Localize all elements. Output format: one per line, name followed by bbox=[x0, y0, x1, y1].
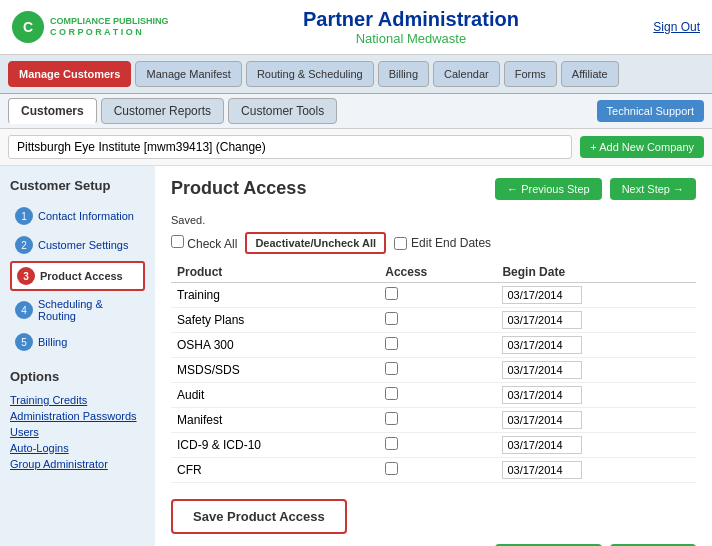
options-link-auto-logins[interactable]: Auto-Logins bbox=[10, 440, 145, 456]
product-begin-date-6 bbox=[496, 433, 696, 458]
product-name-3: MSDS/SDS bbox=[171, 358, 379, 383]
product-begin-date-2 bbox=[496, 333, 696, 358]
access-checkbox-5[interactable] bbox=[385, 412, 398, 425]
begin-date-input-4[interactable] bbox=[502, 386, 582, 404]
table-row: ICD-9 & ICD-10 bbox=[171, 433, 696, 458]
table-row: OSHA 300 bbox=[171, 333, 696, 358]
sub-tab-customer-tools[interactable]: Customer Tools bbox=[228, 98, 337, 124]
access-checkbox-0[interactable] bbox=[385, 287, 398, 300]
access-checkbox-4[interactable] bbox=[385, 387, 398, 400]
step-num-5: 5 bbox=[15, 333, 33, 351]
product-access-1 bbox=[379, 308, 496, 333]
top-next-step-button[interactable]: Next Step → bbox=[610, 178, 696, 200]
options-link-users[interactable]: Users bbox=[10, 424, 145, 440]
begin-date-input-6[interactable] bbox=[502, 436, 582, 454]
sub-title: National Medwaste bbox=[303, 31, 519, 46]
logo: C COMPLIANCE PUBLISHINGC O R P O R A T I… bbox=[12, 11, 169, 43]
table-row: Audit bbox=[171, 383, 696, 408]
options-link-group-administrator[interactable]: Group Administrator bbox=[10, 456, 145, 472]
begin-date-input-1[interactable] bbox=[502, 311, 582, 329]
options-link-administration-passwords[interactable]: Administration Passwords bbox=[10, 408, 145, 424]
access-checkbox-7[interactable] bbox=[385, 462, 398, 475]
step-label-2: Customer Settings bbox=[38, 239, 128, 251]
sidebar: Customer Setup 1Contact Information2Cust… bbox=[0, 166, 155, 546]
access-checkbox-2[interactable] bbox=[385, 337, 398, 350]
main-content: Product Access ← Previous Step Next Step… bbox=[155, 166, 712, 546]
begin-date-input-2[interactable] bbox=[502, 336, 582, 354]
access-checkbox-6[interactable] bbox=[385, 437, 398, 450]
begin-date-input-5[interactable] bbox=[502, 411, 582, 429]
company-input[interactable] bbox=[8, 135, 572, 159]
check-all-checkbox[interactable] bbox=[171, 235, 184, 248]
top-prev-step-button[interactable]: ← Previous Step bbox=[495, 178, 602, 200]
step-label-5: Billing bbox=[38, 336, 67, 348]
tech-support-button[interactable]: Technical Support bbox=[597, 100, 704, 122]
save-product-button[interactable]: Save Product Access bbox=[171, 499, 347, 534]
table-row: CFR bbox=[171, 458, 696, 483]
step-label-1: Contact Information bbox=[38, 210, 134, 222]
company-bar: + Add New Company bbox=[0, 129, 712, 166]
nav-tab-forms[interactable]: Forms bbox=[504, 61, 557, 87]
options-title: Options bbox=[10, 369, 145, 384]
step-num-3: 3 bbox=[17, 267, 35, 285]
nav-tab-calendar[interactable]: Calendar bbox=[433, 61, 500, 87]
header-title: Partner Administration National Medwaste bbox=[303, 8, 519, 46]
table-row: MSDS/SDS bbox=[171, 358, 696, 383]
step-label-4: Scheduling & Routing bbox=[38, 298, 140, 322]
begin-date-input-0[interactable] bbox=[502, 286, 582, 304]
product-begin-date-7 bbox=[496, 458, 696, 483]
product-access-7 bbox=[379, 458, 496, 483]
sidebar-step-4[interactable]: 4Scheduling & Routing bbox=[10, 294, 145, 326]
product-access-0 bbox=[379, 283, 496, 308]
nav-tab-billing[interactable]: Billing bbox=[378, 61, 429, 87]
col-product: Product bbox=[171, 262, 379, 283]
pa-controls: Check All Deactivate/Uncheck All Edit En… bbox=[171, 232, 696, 254]
sidebar-step-1[interactable]: 1Contact Information bbox=[10, 203, 145, 229]
sidebar-step-3[interactable]: 3Product Access bbox=[10, 261, 145, 291]
access-checkbox-1[interactable] bbox=[385, 312, 398, 325]
product-name-6: ICD-9 & ICD-10 bbox=[171, 433, 379, 458]
table-header: Product Access Begin Date bbox=[171, 262, 696, 283]
product-name-5: Manifest bbox=[171, 408, 379, 433]
nav-tab-manage-manifest[interactable]: Manage Manifest bbox=[135, 61, 241, 87]
content-area: Customer Setup 1Contact Information2Cust… bbox=[0, 166, 712, 546]
product-begin-date-5 bbox=[496, 408, 696, 433]
sign-out-link[interactable]: Sign Out bbox=[653, 20, 700, 34]
product-name-7: CFR bbox=[171, 458, 379, 483]
main-title: Partner Administration bbox=[303, 8, 519, 31]
options-link-training-credits[interactable]: Training Credits bbox=[10, 392, 145, 408]
nav-tab-routing-scheduling[interactable]: Routing & Scheduling bbox=[246, 61, 374, 87]
product-name-2: OSHA 300 bbox=[171, 333, 379, 358]
sidebar-title: Customer Setup bbox=[10, 178, 145, 193]
product-name-4: Audit bbox=[171, 383, 379, 408]
begin-date-input-3[interactable] bbox=[502, 361, 582, 379]
table-row: Safety Plans bbox=[171, 308, 696, 333]
sidebar-options: Options Training CreditsAdministration P… bbox=[10, 369, 145, 472]
header: C COMPLIANCE PUBLISHINGC O R P O R A T I… bbox=[0, 0, 712, 55]
edit-end-dates-checkbox[interactable] bbox=[394, 237, 407, 250]
sub-tab-customer-reports[interactable]: Customer Reports bbox=[101, 98, 224, 124]
step-label-3: Product Access bbox=[40, 270, 123, 282]
nav-tab-affiliate[interactable]: Affiliate bbox=[561, 61, 619, 87]
product-name-1: Safety Plans bbox=[171, 308, 379, 333]
sub-tab-customers[interactable]: Customers bbox=[8, 98, 97, 124]
access-checkbox-3[interactable] bbox=[385, 362, 398, 375]
product-begin-date-4 bbox=[496, 383, 696, 408]
product-name-0: Training bbox=[171, 283, 379, 308]
table-row: Training bbox=[171, 283, 696, 308]
table-row: Manifest bbox=[171, 408, 696, 433]
add-company-button[interactable]: + Add New Company bbox=[580, 136, 704, 158]
col-access: Access bbox=[379, 262, 496, 283]
deactivate-button[interactable]: Deactivate/Uncheck All bbox=[245, 232, 386, 254]
step-num-4: 4 bbox=[15, 301, 33, 319]
nav-tab-manage-customers[interactable]: Manage Customers bbox=[8, 61, 131, 87]
product-access-6 bbox=[379, 433, 496, 458]
product-begin-date-0 bbox=[496, 283, 696, 308]
sidebar-step-5[interactable]: 5Billing bbox=[10, 329, 145, 355]
sidebar-step-2[interactable]: 2Customer Settings bbox=[10, 232, 145, 258]
product-access-4 bbox=[379, 383, 496, 408]
product-access-2 bbox=[379, 333, 496, 358]
header-row: Product Access Begin Date bbox=[171, 262, 696, 283]
product-table-body: Training Safety Plans OSHA 300 MSDS/SDS … bbox=[171, 283, 696, 483]
begin-date-input-7[interactable] bbox=[502, 461, 582, 479]
